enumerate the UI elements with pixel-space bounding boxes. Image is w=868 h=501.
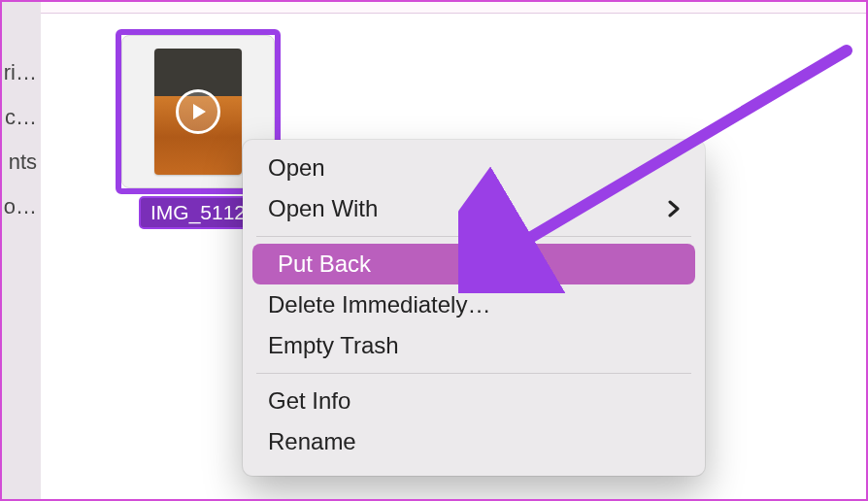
toolbar-strip [41,2,866,14]
menu-put-back[interactable]: Put Back [252,244,695,284]
sidebar-item[interactable]: c… [2,95,41,140]
video-play-icon [176,89,220,134]
svg-marker-0 [193,104,206,119]
sidebar-item[interactable]: o… [2,184,41,229]
menu-open-with[interactable]: Open With [243,188,705,229]
sidebar: ri… c… nts o… [2,2,41,499]
file-name-label[interactable]: IMG_5112 [139,196,257,229]
menu-empty-trash[interactable]: Empty Trash [243,325,705,366]
content-area: IMG_5112 Open Open With Put Back Delete … [41,2,866,499]
menu-open[interactable]: Open [243,148,705,188]
context-menu: Open Open With Put Back Delete Immediate… [243,140,705,476]
chevron-right-icon [668,200,680,217]
sidebar-item[interactable]: nts [2,140,41,184]
sidebar-item[interactable]: ri… [2,50,41,95]
menu-delete-immediately[interactable]: Delete Immediately… [243,284,705,325]
menu-rename[interactable]: Rename [243,421,705,462]
menu-separator [256,373,691,374]
menu-separator [256,236,691,237]
menu-get-info[interactable]: Get Info [243,381,705,421]
